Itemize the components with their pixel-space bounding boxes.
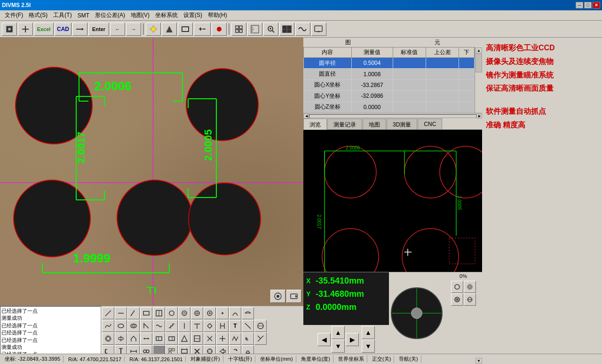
tb-cad-btn[interactable]: CAD	[55, 23, 71, 36]
table-row-1[interactable]: 圆直径 1.0008	[304, 69, 475, 79]
tool-arrows[interactable]	[140, 332, 152, 345]
status-angle[interactable]: 角度单位(度)	[298, 356, 333, 363]
table-row-0[interactable]: 圆半径 0.5004	[304, 58, 475, 69]
tool-delete[interactable]	[204, 332, 216, 345]
tb-grid-btn[interactable]	[231, 23, 246, 36]
tool-text[interactable]: T	[229, 320, 241, 332]
minimize-button[interactable]: ─	[576, 2, 583, 8]
tab-cnc[interactable]: CNC	[418, 119, 442, 129]
tool-arrow2[interactable]	[216, 345, 229, 354]
tool-special3[interactable]	[166, 332, 178, 345]
menu-help[interactable]: 帮助(H)	[205, 10, 230, 20]
tb-plusminus-btn[interactable]: +−	[194, 23, 211, 36]
nav-left-btn[interactable]: ◀	[317, 333, 331, 346]
tool-ellipse[interactable]	[115, 320, 127, 332]
tool-zigzag[interactable]	[229, 332, 241, 345]
menu-smt[interactable]: SMT	[75, 11, 92, 20]
table-row-2[interactable]: 圆心X坐标 -33.2867	[304, 79, 475, 90]
tb-screen-btn[interactable]	[311, 23, 326, 36]
nav-up-btn[interactable]: ▲	[332, 326, 345, 339]
table-hscrollbar[interactable]: ◀ ▶	[303, 113, 482, 119]
menu-file[interactable]: 文件(F)	[2, 10, 26, 20]
status-snap[interactable]: 对象捕捉(开)	[188, 356, 223, 363]
tab-3d[interactable]: 3D测量	[387, 119, 417, 129]
tb-zoom-btn[interactable]	[162, 23, 177, 36]
tb-arrow1-btn[interactable]	[72, 23, 87, 36]
tool-target[interactable]	[191, 307, 203, 319]
tool-undo[interactable]	[242, 332, 254, 345]
tb-dot-btn[interactable]	[212, 23, 227, 36]
tool-misc[interactable]	[254, 332, 267, 345]
tool-Tshape[interactable]	[191, 320, 203, 332]
scrollbar-thumb[interactable]	[475, 54, 482, 72]
tool-curve[interactable]	[102, 320, 114, 332]
tool-slant-line[interactable]	[127, 307, 140, 319]
tb-left-btn[interactable]: ←	[110, 23, 125, 36]
tool-Vbracket[interactable]	[115, 345, 127, 354]
tb-wave-btn[interactable]	[295, 23, 310, 36]
tool-special1[interactable]	[127, 332, 140, 345]
tool-diagonal2[interactable]	[242, 320, 254, 332]
tool-Hbracket[interactable]	[102, 345, 114, 354]
tool-arc2[interactable]	[242, 307, 254, 319]
nav-right-btn[interactable]: ▶	[346, 333, 359, 346]
tool-misc2[interactable]	[242, 345, 254, 354]
tool-undo2[interactable]	[229, 345, 241, 354]
tool-circle-small[interactable]	[451, 281, 463, 293]
tool-arc[interactable]	[229, 307, 241, 319]
cam-btn2[interactable]	[286, 290, 301, 303]
tb-excel-btn[interactable]: Excel	[34, 23, 54, 36]
menu-map[interactable]: 地图(V)	[128, 10, 152, 20]
tb-measure-btn[interactable]	[247, 23, 262, 36]
nav-down-btn[interactable]: ▼	[332, 340, 345, 353]
menu-tolerance[interactable]: 形位公差(A)	[92, 10, 128, 20]
menu-tools[interactable]: 工具(T)	[50, 10, 74, 20]
close-button[interactable]: ✕	[593, 2, 600, 8]
tb-zoom2-btn[interactable]	[263, 23, 278, 36]
tb-right-btn[interactable]: →	[126, 23, 141, 36]
tool-ellipse2[interactable]	[127, 320, 140, 332]
tool-spacer[interactable]	[153, 345, 165, 354]
tool-measure2[interactable]	[127, 345, 140, 354]
tab-records[interactable]: 测量记录	[327, 119, 362, 129]
tool-angle[interactable]	[140, 320, 152, 332]
tab-browse[interactable]: 浏览	[303, 119, 327, 130]
table-row-4[interactable]: 圆心Z坐标 0.0000	[304, 102, 475, 112]
tool-sym1[interactable]	[204, 320, 216, 332]
table-row-3[interactable]: 圆心Y坐标 -32.0986	[304, 91, 475, 102]
tool-circle1[interactable]	[166, 307, 178, 319]
tool-web[interactable]	[464, 293, 476, 306]
tool-grid2[interactable]	[166, 345, 178, 354]
tool-rings[interactable]	[464, 281, 476, 293]
cam-btn1[interactable]	[270, 290, 285, 303]
table-scrollbar[interactable]: ▲ ▼	[475, 47, 482, 113]
tb-cross-btn[interactable]	[18, 23, 33, 36]
tool-circle3[interactable]	[254, 320, 267, 332]
tool-special2[interactable]	[153, 332, 165, 345]
tool-wheel[interactable]	[451, 293, 463, 306]
tool-rect1[interactable]	[140, 307, 152, 319]
tb-pattern-btn[interactable]	[279, 23, 294, 36]
menu-settings[interactable]: 设置(S)	[181, 10, 205, 20]
tool-wave[interactable]	[153, 320, 165, 332]
tool-step[interactable]	[166, 320, 178, 332]
tool-circle-r[interactable]	[102, 332, 114, 345]
maximize-button[interactable]: □	[584, 2, 592, 8]
tool-point[interactable]	[216, 307, 229, 319]
menu-format[interactable]: 格式(S)	[26, 10, 50, 20]
tool-target2[interactable]	[204, 345, 216, 354]
status-cross[interactable]: 十字线(开)	[225, 356, 255, 363]
tool-x-shape[interactable]	[191, 345, 203, 354]
nav-z-down-btn[interactable]: ▼	[362, 340, 375, 353]
tool-Hbar[interactable]	[191, 332, 203, 345]
tb-rect-btn[interactable]	[178, 23, 193, 36]
image-area[interactable]: 2.0006 2.0005 2.00	[0, 38, 303, 306]
tb-enter-btn[interactable]: Enter	[88, 23, 109, 36]
tool-horz-line[interactable]	[115, 307, 127, 319]
cad-view[interactable]: 2.0006 2.0005 2.0017 1.9999 Y X	[303, 130, 482, 272]
tool-plus[interactable]	[216, 332, 229, 345]
tool-diagonal-line[interactable]	[102, 307, 114, 319]
tool-circle2[interactable]	[178, 307, 190, 319]
tool-double-circle[interactable]	[140, 345, 152, 354]
tool-rect2[interactable]	[153, 307, 165, 319]
